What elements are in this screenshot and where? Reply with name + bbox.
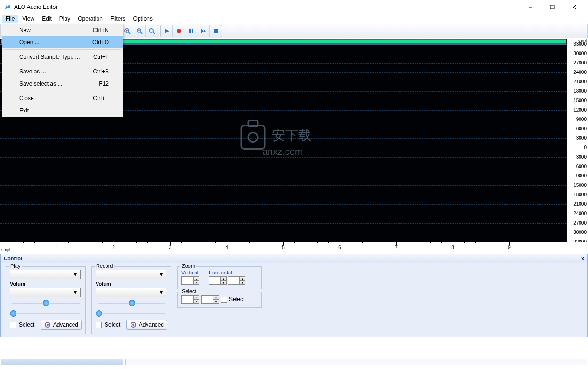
record-select-label: Select	[105, 321, 120, 328]
app-title: ALO Audio Editor	[14, 4, 524, 10]
svg-line-17	[128, 32, 130, 34]
forward-icon[interactable]	[197, 25, 210, 37]
select-title: Select	[180, 289, 198, 294]
file-menu-item[interactable]: Exit	[2, 104, 123, 117]
menu-edit[interactable]: Edit	[38, 15, 56, 23]
chevron-down-icon: ▾	[157, 289, 165, 296]
file-menu-item[interactable]: Open ...Ctrl+O	[2, 36, 123, 48]
menu-view[interactable]: View	[18, 15, 38, 23]
svg-point-31	[248, 133, 258, 142]
menubar: File View Edit Play Operation Filters Op…	[0, 14, 588, 24]
statusbar	[1, 359, 587, 368]
record-volume-combo[interactable]: ▾	[96, 288, 166, 297]
svg-line-24	[153, 32, 155, 34]
zoom-h-spin1[interactable]: ▴▾	[209, 276, 227, 285]
svg-rect-27	[192, 29, 193, 33]
stop-icon[interactable]	[210, 25, 222, 37]
play-volume-label: Volum	[10, 281, 82, 287]
file-menu-item[interactable]: Save as ...Ctrl+S	[2, 65, 123, 78]
record-slider-1[interactable]	[96, 299, 167, 307]
control-title: Control	[4, 256, 22, 261]
status-cell	[125, 359, 587, 365]
record-title: Record	[95, 263, 114, 269]
menu-play[interactable]: Play	[56, 15, 74, 23]
file-menu-item[interactable]: Save select as ...F12	[2, 78, 123, 90]
time-ruler: 123456789 smpl	[0, 242, 588, 253]
play-slider-2[interactable]	[10, 309, 82, 318]
record-group: Record ▾ Volum ▾ Select Advanced	[91, 266, 172, 334]
select-spin2[interactable]: ▴▾	[201, 295, 219, 304]
file-menu-item[interactable]: NewCtrl+N	[2, 24, 123, 36]
zoom-h-spin2[interactable]: ▴▾	[228, 276, 245, 285]
menu-filters[interactable]: Filters	[106, 15, 130, 23]
record-advanced-button[interactable]: Advanced	[126, 320, 167, 330]
chevron-down-icon: ▾	[72, 271, 79, 278]
chevron-down-icon: ▾	[72, 289, 79, 296]
svg-rect-28	[214, 29, 218, 33]
file-menu-item[interactable]: CloseCtrl+E	[2, 92, 123, 104]
progress-cell	[1, 359, 123, 365]
svg-line-21	[140, 32, 142, 34]
menu-operation[interactable]: Operation	[74, 15, 106, 23]
play-volume-combo[interactable]: ▾	[10, 288, 81, 297]
file-menu-dropdown: NewCtrl+NOpen ...Ctrl+OConvert Sample Ty…	[2, 24, 123, 117]
time-unit: smpl	[1, 248, 10, 252]
svg-text:anxz.com: anxz.com	[262, 146, 303, 157]
svg-point-23	[149, 29, 153, 32]
play-select-label: Select	[19, 321, 34, 328]
svg-text:安下载: 安下载	[272, 128, 311, 143]
svg-rect-26	[189, 29, 191, 33]
zoom-horizontal-label: Horizontal	[209, 270, 245, 275]
amplitude-ruler: smpl 33000300002700024000210001800015000…	[567, 39, 588, 242]
zoom-group: Zoom Vertical ▴▾ Horizontal ▴▾ ▴▾	[177, 266, 262, 289]
svg-rect-29	[241, 126, 265, 149]
titlebar: ALO Audio Editor	[0, 0, 588, 14]
record-device-combo[interactable]: ▾	[96, 270, 166, 279]
file-menu-item[interactable]: Convert Sample Type ...Ctrl+T	[2, 51, 123, 63]
pause-icon[interactable]	[185, 25, 197, 37]
zoom-vertical-label: Vertical	[181, 270, 199, 275]
watermark: 安下载 anxz.com	[237, 116, 331, 165]
chevron-down-icon: ▾	[157, 271, 165, 278]
play-title: Play	[9, 263, 22, 269]
app-icon	[4, 3, 11, 11]
menu-options[interactable]: Options	[130, 15, 156, 23]
record-volume-label: Volum	[96, 281, 167, 287]
play-slider-1[interactable]	[10, 299, 82, 307]
control-close-button[interactable]: x	[581, 256, 584, 261]
svg-point-25	[177, 29, 181, 33]
play-select-checkbox[interactable]	[10, 322, 16, 328]
play-device-combo[interactable]: ▾	[10, 270, 81, 279]
zoom-v-spin[interactable]: ▴▾	[181, 276, 199, 285]
svg-point-37	[132, 324, 134, 326]
record-slider-2[interactable]	[96, 309, 167, 318]
select-spin1[interactable]: ▴▾	[181, 295, 199, 304]
zoom-title: Zoom	[180, 263, 196, 269]
play-advanced-button[interactable]: Advanced	[41, 320, 82, 330]
select-group: Select ▴▾ ▴▾ Select	[177, 292, 262, 308]
zoom-out-icon[interactable]	[133, 25, 146, 37]
select-label: Select	[229, 296, 245, 303]
record-select-checkbox[interactable]	[96, 322, 102, 328]
play-icon[interactable]	[161, 25, 173, 37]
menu-file[interactable]: File	[2, 15, 18, 23]
gear-icon	[130, 321, 137, 329]
play-group: Play ▾ Volum ▾ Select Advanced	[6, 266, 86, 334]
maximize-button[interactable]	[546, 2, 559, 12]
gear-icon	[44, 321, 51, 329]
svg-point-35	[47, 324, 49, 326]
record-icon[interactable]	[173, 25, 185, 37]
minimize-button[interactable]	[524, 2, 537, 12]
svg-rect-1	[550, 5, 554, 9]
zoom-fit-icon[interactable]	[146, 25, 158, 37]
select-checkbox[interactable]	[221, 297, 227, 303]
close-button[interactable]	[567, 2, 580, 12]
control-panel: Control x Play ▾ Volum ▾ Select Advanced…	[0, 254, 588, 337]
